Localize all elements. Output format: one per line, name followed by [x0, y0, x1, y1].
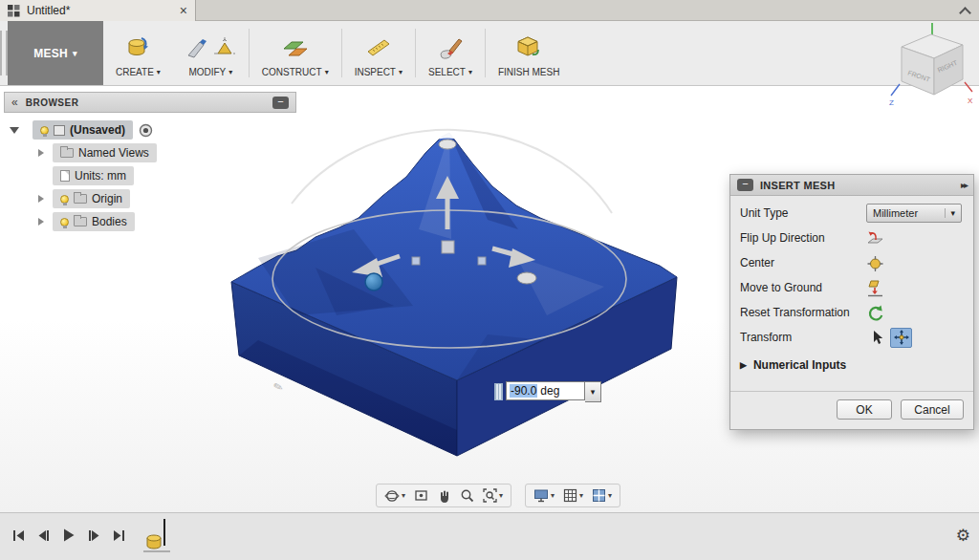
center-handle[interactable] — [442, 241, 454, 253]
move-to-ground-icon[interactable] — [866, 279, 884, 297]
dialog-footer: OK Cancel — [730, 391, 973, 429]
chevron-down-icon: ▾ — [325, 68, 329, 76]
axis-z-label: Z — [889, 98, 894, 107]
visibility-bulb-icon[interactable] — [60, 218, 69, 226]
dialog-header[interactable]: − INSERT MESH ▸▸ — [730, 175, 973, 196]
visibility-bulb-icon[interactable] — [40, 126, 49, 135]
nav-group-camera: ▾ — [376, 484, 511, 507]
folder-icon — [74, 194, 87, 204]
numerical-inputs-section[interactable]: ▶ Numerical Inputs — [730, 350, 973, 377]
minimize-browser-icon[interactable]: − — [272, 97, 289, 109]
axis-x-label: X — [968, 97, 973, 105]
tree-row-root[interactable]: (Unsaved) — [4, 118, 291, 141]
tree-item-label: Bodies — [92, 215, 127, 228]
tree-item-label: Units: mm — [75, 169, 126, 183]
flip-up-direction-icon[interactable] — [866, 229, 884, 248]
timeline-settings-gear-icon[interactable]: ⚙ — [956, 526, 970, 546]
display-settings-button[interactable]: ▾ — [531, 488, 557, 503]
workspace-selector[interactable]: MESH ▾ — [8, 21, 103, 85]
tree-row-units[interactable]: Units: mm — [4, 164, 291, 187]
chevron-down-icon: ▾ — [157, 68, 161, 76]
chevron-down-icon: ▾ — [468, 68, 472, 76]
chevron-down-icon: ▾ — [591, 387, 596, 397]
folder-icon — [60, 148, 74, 158]
tree-row-origin[interactable]: Origin — [4, 187, 291, 210]
unit-type-row: Unit Type Millimeter ▾ — [730, 201, 973, 226]
ok-button[interactable]: OK — [837, 399, 892, 420]
tab-close-icon[interactable]: × — [180, 4, 187, 17]
insert-mesh-dialog: − INSERT MESH ▸▸ Unit Type Millimeter ▾ … — [729, 174, 974, 430]
timeline-controls — [11, 528, 126, 543]
collapse-ribbon-icon[interactable] — [959, 7, 971, 19]
chevron-down-icon: ▾ — [608, 491, 612, 500]
rotate-handle-right[interactable] — [517, 272, 536, 284]
select-menu[interactable]: SELECT▾ — [416, 21, 485, 85]
document-tab[interactable]: Untitled* × — [0, 0, 196, 21]
center-icon[interactable] — [866, 254, 884, 272]
reset-transformation-icon[interactable] — [866, 304, 884, 322]
browser-title: BROWSER — [26, 97, 265, 108]
construct-menu[interactable]: CONSTRUCT▾ — [250, 21, 341, 85]
chevron-down-icon: ▾ — [73, 49, 77, 58]
skip-to-end-icon[interactable] — [112, 528, 126, 543]
dialog-pin-icon[interactable]: − — [737, 179, 753, 191]
viewports-button[interactable]: ▾ — [589, 488, 615, 503]
active-component-radio[interactable] — [139, 123, 153, 138]
tree-row-bodies[interactable]: Bodies — [4, 210, 291, 233]
transform-label: Transform — [740, 331, 866, 344]
tab-title: Untitled* — [27, 4, 173, 17]
dialog-title: INSERT MESH — [760, 180, 954, 191]
skip-to-start-icon[interactable] — [11, 528, 26, 543]
create-menu[interactable]: CREATE▾ — [103, 21, 173, 85]
modify-menu[interactable]: MODIFY▾ — [173, 21, 249, 85]
rotate-ball-handle[interactable] — [365, 273, 382, 291]
move-to-ground-label: Move to Ground — [740, 281, 866, 294]
collapse-browser-icon[interactable]: « — [11, 97, 18, 108]
value-drag-handle[interactable] — [494, 383, 503, 400]
visibility-bulb-icon[interactable] — [60, 195, 69, 204]
look-at-button[interactable] — [411, 488, 431, 503]
expander-closed-icon[interactable] — [38, 149, 44, 157]
view-cube[interactable]: FRONT RIGHT Z X — [887, 19, 975, 107]
play-icon[interactable] — [61, 528, 76, 543]
orbit-button[interactable]: ▾ — [381, 488, 408, 504]
rotation-dropdown-button[interactable]: ▾ — [585, 381, 601, 402]
fit-view-button[interactable]: ▾ — [480, 488, 506, 503]
unit-type-value: Millimeter — [873, 207, 918, 219]
transform-gizmo-button[interactable] — [890, 328, 912, 348]
inspect-menu[interactable]: INSPECT▾ — [342, 21, 415, 85]
zoom-button[interactable] — [457, 488, 477, 503]
tree-item-label: Origin — [92, 192, 122, 205]
select-cursor-button[interactable] — [866, 328, 888, 348]
pan-hand-icon — [437, 488, 451, 504]
look-at-icon — [414, 488, 428, 503]
dialog-overflow-icon[interactable]: ▸▸ — [961, 180, 967, 190]
pan-button[interactable] — [434, 488, 454, 504]
timeline-mesh-feature-marker[interactable] — [141, 517, 174, 555]
viewports-icon — [592, 488, 606, 503]
toolbar-grip[interactable] — [0, 31, 8, 75]
expander-closed-icon[interactable] — [38, 218, 44, 226]
rotation-angle-input[interactable]: -90.0 deg — [506, 381, 585, 400]
rotate-handle-top[interactable] — [439, 140, 456, 149]
expander-closed-icon[interactable] — [38, 195, 44, 203]
chevron-down-icon: ▾ — [499, 491, 503, 500]
plane-handle[interactable] — [478, 257, 486, 265]
rotation-input-group: -90.0 deg ▾ — [494, 381, 601, 402]
cancel-button[interactable]: Cancel — [901, 399, 964, 420]
expander-open-icon[interactable] — [10, 127, 19, 134]
workspace-label: MESH — [33, 47, 68, 60]
numerical-inputs-label: Numerical Inputs — [753, 358, 846, 372]
plane-handle[interactable] — [412, 257, 420, 265]
browser-header: « BROWSER − — [4, 92, 296, 113]
axis-z-line — [891, 84, 900, 96]
axis-x-line — [965, 82, 972, 92]
chevron-down-icon: ▾ — [402, 491, 405, 500]
step-back-icon[interactable] — [36, 528, 51, 543]
grid-settings-button[interactable]: ▾ — [560, 488, 586, 503]
step-forward-icon[interactable] — [87, 528, 101, 543]
finish-mesh-button[interactable]: FINISH MESH — [486, 21, 572, 85]
unit-type-dropdown[interactable]: Millimeter ▾ — [866, 204, 962, 223]
construct-icon — [282, 35, 309, 60]
tree-row-named-views[interactable]: Named Views — [4, 141, 291, 164]
